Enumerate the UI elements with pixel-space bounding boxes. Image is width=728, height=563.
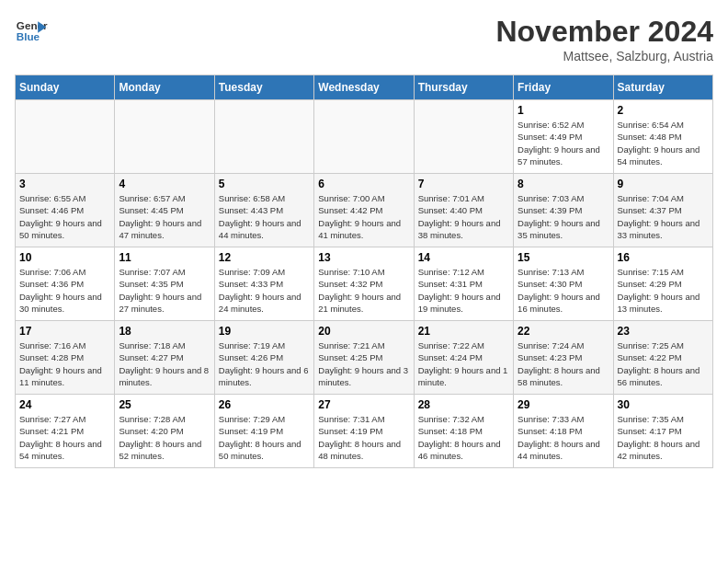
calendar-day-cell: 2Sunrise: 6:54 AM Sunset: 4:48 PM Daylig…: [613, 100, 712, 174]
calendar-day-cell: 24Sunrise: 7:27 AM Sunset: 4:21 PM Dayli…: [16, 395, 115, 468]
day-number: 20: [318, 325, 409, 338]
day-info: Sunrise: 7:04 AM Sunset: 4:37 PM Dayligh…: [618, 192, 709, 241]
day-info: Sunrise: 7:28 AM Sunset: 4:20 PM Dayligh…: [119, 413, 210, 462]
calendar-day-cell: 21Sunrise: 7:22 AM Sunset: 4:24 PM Dayli…: [414, 321, 513, 395]
day-number: 24: [19, 398, 110, 411]
svg-text:Blue: Blue: [17, 30, 40, 42]
calendar-day-cell: [314, 100, 414, 174]
day-number: 16: [618, 251, 709, 264]
calendar-day-cell: 29Sunrise: 7:33 AM Sunset: 4:18 PM Dayli…: [514, 395, 613, 468]
day-number: 11: [119, 251, 210, 264]
day-info: Sunrise: 7:12 AM Sunset: 4:31 PM Dayligh…: [418, 266, 509, 315]
day-info: Sunrise: 7:21 AM Sunset: 4:25 PM Dayligh…: [318, 339, 409, 388]
day-number: 9: [618, 178, 709, 190]
day-number: 26: [219, 398, 310, 411]
calendar-day-cell: [16, 100, 115, 174]
weekday-header: Sunday: [16, 75, 115, 100]
location-subtitle: Mattsee, Salzburg, Austria: [495, 49, 713, 63]
day-number: 18: [119, 325, 210, 338]
calendar-day-cell: 26Sunrise: 7:29 AM Sunset: 4:19 PM Dayli…: [214, 395, 313, 468]
day-info: Sunrise: 7:18 AM Sunset: 4:27 PM Dayligh…: [119, 339, 210, 388]
calendar-body: 1Sunrise: 6:52 AM Sunset: 4:49 PM Daylig…: [16, 100, 713, 468]
day-number: 29: [518, 398, 609, 411]
day-number: 7: [418, 178, 509, 190]
calendar-day-cell: 10Sunrise: 7:06 AM Sunset: 4:36 PM Dayli…: [16, 247, 115, 321]
day-info: Sunrise: 7:24 AM Sunset: 4:23 PM Dayligh…: [518, 339, 609, 388]
calendar-week-row: 17Sunrise: 7:16 AM Sunset: 4:28 PM Dayli…: [16, 321, 713, 395]
calendar-week-row: 10Sunrise: 7:06 AM Sunset: 4:36 PM Dayli…: [16, 247, 713, 321]
calendar-day-cell: 12Sunrise: 7:09 AM Sunset: 4:33 PM Dayli…: [214, 247, 313, 321]
calendar-week-row: 3Sunrise: 6:55 AM Sunset: 4:46 PM Daylig…: [16, 174, 713, 247]
logo: General Blue: [15, 15, 48, 48]
day-number: 19: [219, 325, 310, 338]
title-section: November 2024 Mattsee, Salzburg, Austria: [495, 15, 713, 63]
day-info: Sunrise: 7:15 AM Sunset: 4:29 PM Dayligh…: [618, 266, 709, 315]
day-number: 17: [19, 325, 110, 338]
day-info: Sunrise: 7:16 AM Sunset: 4:28 PM Dayligh…: [19, 339, 110, 388]
calendar-day-cell: 23Sunrise: 7:25 AM Sunset: 4:22 PM Dayli…: [613, 321, 712, 395]
day-number: 5: [219, 178, 310, 190]
calendar-day-cell: 6Sunrise: 7:00 AM Sunset: 4:42 PM Daylig…: [314, 174, 414, 247]
weekday-header: Wednesday: [314, 75, 414, 100]
day-number: 13: [318, 251, 409, 264]
day-info: Sunrise: 7:07 AM Sunset: 4:35 PM Dayligh…: [119, 266, 210, 315]
day-info: Sunrise: 7:13 AM Sunset: 4:30 PM Dayligh…: [518, 266, 609, 315]
calendar-day-cell: 5Sunrise: 6:58 AM Sunset: 4:43 PM Daylig…: [214, 174, 313, 247]
weekday-header: Friday: [514, 75, 613, 100]
day-info: Sunrise: 6:52 AM Sunset: 4:49 PM Dayligh…: [518, 119, 609, 167]
day-number: 15: [518, 251, 609, 264]
calendar-day-cell: 14Sunrise: 7:12 AM Sunset: 4:31 PM Dayli…: [414, 247, 513, 321]
calendar-week-row: 24Sunrise: 7:27 AM Sunset: 4:21 PM Dayli…: [16, 395, 713, 468]
calendar-day-cell: 7Sunrise: 7:01 AM Sunset: 4:40 PM Daylig…: [414, 174, 513, 247]
day-info: Sunrise: 7:33 AM Sunset: 4:18 PM Dayligh…: [518, 413, 609, 462]
calendar-day-cell: 1Sunrise: 6:52 AM Sunset: 4:49 PM Daylig…: [514, 100, 613, 174]
day-number: 6: [318, 178, 409, 190]
day-info: Sunrise: 6:58 AM Sunset: 4:43 PM Dayligh…: [219, 192, 310, 241]
calendar-day-cell: 4Sunrise: 6:57 AM Sunset: 4:45 PM Daylig…: [115, 174, 214, 247]
day-number: 14: [418, 251, 509, 264]
weekday-header: Thursday: [414, 75, 513, 100]
calendar-day-cell: 17Sunrise: 7:16 AM Sunset: 4:28 PM Dayli…: [16, 321, 115, 395]
day-info: Sunrise: 7:00 AM Sunset: 4:42 PM Dayligh…: [318, 192, 409, 241]
day-number: 1: [518, 104, 609, 117]
calendar-day-cell: 28Sunrise: 7:32 AM Sunset: 4:18 PM Dayli…: [414, 395, 513, 468]
day-info: Sunrise: 7:25 AM Sunset: 4:22 PM Dayligh…: [618, 339, 709, 388]
month-year-title: November 2024: [495, 15, 713, 49]
day-number: 8: [518, 178, 609, 190]
day-info: Sunrise: 7:01 AM Sunset: 4:40 PM Dayligh…: [418, 192, 509, 241]
calendar-day-cell: 22Sunrise: 7:24 AM Sunset: 4:23 PM Dayli…: [514, 321, 613, 395]
day-number: 23: [618, 325, 709, 338]
calendar-table: SundayMondayTuesdayWednesdayThursdayFrid…: [15, 75, 713, 468]
day-info: Sunrise: 7:22 AM Sunset: 4:24 PM Dayligh…: [418, 339, 509, 388]
calendar-header: SundayMondayTuesdayWednesdayThursdayFrid…: [16, 75, 713, 100]
day-info: Sunrise: 7:32 AM Sunset: 4:18 PM Dayligh…: [418, 413, 509, 462]
weekday-header: Tuesday: [214, 75, 313, 100]
day-number: 21: [418, 325, 509, 338]
day-number: 30: [618, 398, 709, 411]
day-info: Sunrise: 7:35 AM Sunset: 4:17 PM Dayligh…: [618, 413, 709, 462]
day-number: 2: [618, 104, 709, 117]
day-info: Sunrise: 6:57 AM Sunset: 4:45 PM Dayligh…: [119, 192, 210, 241]
day-number: 12: [219, 251, 310, 264]
calendar-day-cell: 18Sunrise: 7:18 AM Sunset: 4:27 PM Dayli…: [115, 321, 214, 395]
calendar-day-cell: [115, 100, 214, 174]
weekday-row: SundayMondayTuesdayWednesdayThursdayFrid…: [16, 75, 713, 100]
day-info: Sunrise: 7:29 AM Sunset: 4:19 PM Dayligh…: [219, 413, 310, 462]
day-info: Sunrise: 7:27 AM Sunset: 4:21 PM Dayligh…: [19, 413, 110, 462]
day-info: Sunrise: 7:03 AM Sunset: 4:39 PM Dayligh…: [518, 192, 609, 241]
day-number: 10: [19, 251, 110, 264]
calendar-week-row: 1Sunrise: 6:52 AM Sunset: 4:49 PM Daylig…: [16, 100, 713, 174]
day-info: Sunrise: 7:06 AM Sunset: 4:36 PM Dayligh…: [19, 266, 110, 315]
day-info: Sunrise: 6:55 AM Sunset: 4:46 PM Dayligh…: [19, 192, 110, 241]
calendar-day-cell: [414, 100, 513, 174]
logo-icon: General Blue: [15, 15, 48, 48]
day-info: Sunrise: 7:31 AM Sunset: 4:19 PM Dayligh…: [318, 413, 409, 462]
calendar-day-cell: 19Sunrise: 7:19 AM Sunset: 4:26 PM Dayli…: [214, 321, 313, 395]
page-header: General Blue November 2024 Mattsee, Salz…: [15, 15, 713, 63]
calendar-day-cell: 30Sunrise: 7:35 AM Sunset: 4:17 PM Dayli…: [613, 395, 712, 468]
calendar-day-cell: 20Sunrise: 7:21 AM Sunset: 4:25 PM Dayli…: [314, 321, 414, 395]
calendar-day-cell: 8Sunrise: 7:03 AM Sunset: 4:39 PM Daylig…: [514, 174, 613, 247]
calendar-day-cell: 13Sunrise: 7:10 AM Sunset: 4:32 PM Dayli…: [314, 247, 414, 321]
calendar-day-cell: 3Sunrise: 6:55 AM Sunset: 4:46 PM Daylig…: [16, 174, 115, 247]
calendar-day-cell: [214, 100, 313, 174]
